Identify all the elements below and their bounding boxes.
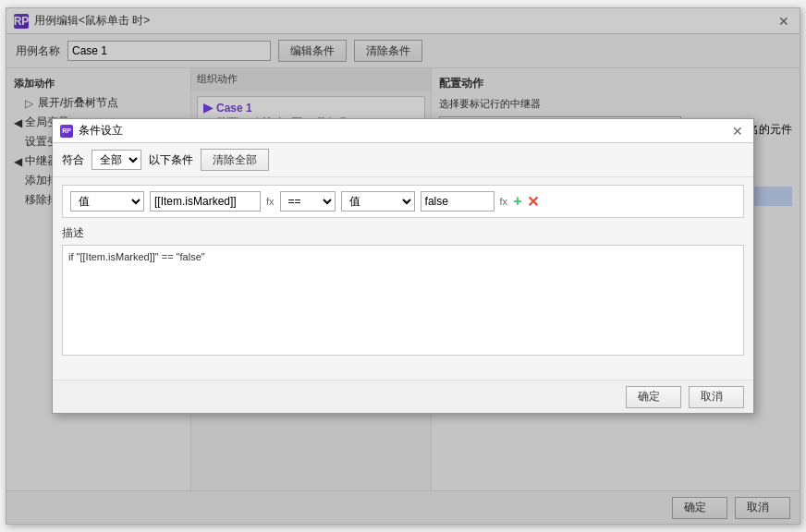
- match-select[interactable]: 全部 任意: [92, 150, 141, 170]
- condition-value-input[interactable]: [421, 191, 495, 212]
- condition-operator-select[interactable]: ==: [280, 191, 336, 212]
- modal-toolbar: 符合 全部 任意 以下条件 清除全部: [53, 143, 753, 177]
- condition-type2-select[interactable]: 值: [341, 191, 415, 212]
- condition-modal: RP 条件设立 ✕ 符合 全部 任意 以下条件 清除全部 值: [52, 118, 754, 414]
- modal-title-left: RP 条件设立: [60, 123, 123, 139]
- modal-overlay: RP 条件设立 ✕ 符合 全部 任意 以下条件 清除全部 值: [6, 8, 800, 524]
- match-label: 符合: [62, 152, 84, 168]
- condition-field1-input[interactable]: [150, 191, 261, 212]
- condition-label: 以下条件: [149, 152, 193, 168]
- description-section: 描述 if "[[Item.isMarked]]" == "false": [62, 225, 744, 358]
- modal-app-icon: RP: [60, 125, 73, 138]
- description-label: 描述: [62, 225, 744, 241]
- modal-close-button[interactable]: ✕: [729, 123, 746, 139]
- modal-bottom-bar: 确定 取消: [53, 380, 753, 413]
- modal-cancel-button[interactable]: 取消: [689, 386, 744, 408]
- fx-label-1: fx: [266, 196, 275, 207]
- main-window: RP 用例编辑<鼠标单击 时> ✕ 用例名称 编辑条件 清除条件 添加动作 ▷ …: [6, 7, 800, 525]
- modal-confirm-button[interactable]: 确定: [626, 386, 681, 408]
- condition-type1-select[interactable]: 值: [70, 191, 144, 212]
- add-condition-button[interactable]: +: [513, 193, 521, 210]
- modal-title-text: 条件设立: [79, 123, 123, 139]
- remove-condition-button[interactable]: ✕: [527, 193, 539, 211]
- modal-body: 值 fx == 值 fx + ✕ 描述: [53, 177, 753, 380]
- description-textarea[interactable]: if "[[Item.isMarked]]" == "false": [62, 245, 744, 356]
- fx-label-2: fx: [500, 196, 508, 207]
- clear-all-button[interactable]: 清除全部: [201, 149, 269, 171]
- modal-title-bar: RP 条件设立 ✕: [53, 119, 753, 143]
- condition-row: 值 fx == 值 fx + ✕: [62, 185, 744, 218]
